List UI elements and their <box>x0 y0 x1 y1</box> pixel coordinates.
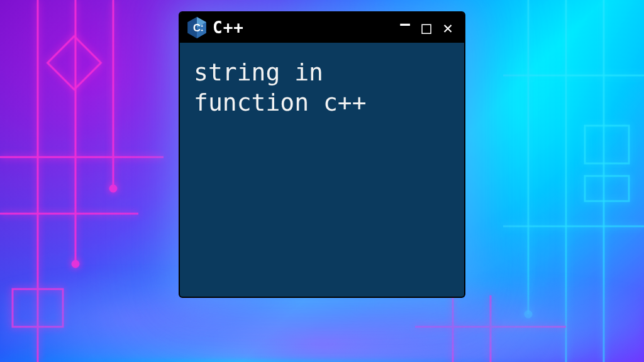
svg-text:+: + <box>201 28 203 33</box>
window-title: C++ <box>213 18 244 37</box>
svg-text:C: C <box>193 22 201 34</box>
titlebar[interactable]: C + + C++ – □ ✕ <box>180 13 464 43</box>
terminal-window: C + + C++ – □ ✕ string in function c++ <box>179 11 465 298</box>
cpp-logo-icon: C + + <box>187 17 206 38</box>
terminal-content: string in function c++ <box>180 43 464 297</box>
window-controls: – □ ✕ <box>396 19 457 36</box>
maximize-button[interactable]: □ <box>418 19 435 36</box>
close-button[interactable]: ✕ <box>439 19 457 36</box>
minimize-button[interactable]: – <box>396 16 414 32</box>
svg-text:+: + <box>201 24 203 28</box>
